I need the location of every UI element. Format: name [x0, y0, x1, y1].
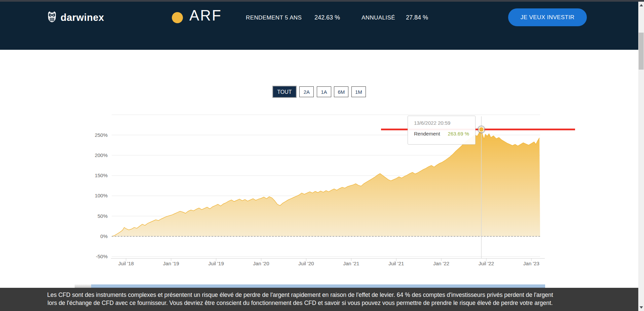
x-axis-label: Juil '20 [298, 261, 314, 266]
tooltip-series-label: Rendement [414, 131, 440, 137]
x-axis-label: Jan '20 [253, 261, 269, 266]
range-button-1a[interactable]: 1A [317, 86, 331, 97]
x-axis-label: Juil '19 [209, 261, 224, 266]
navigator-bar[interactable] [91, 284, 545, 288]
y-axis-label: 150% [95, 172, 108, 178]
x-axis-label: Jan '23 [523, 261, 539, 266]
asset-color-dot [172, 12, 183, 23]
area-series [112, 129, 540, 236]
stat-return-5y-label: RENDEMENT 5 ANS [246, 14, 302, 21]
brand-name: darwinex [61, 12, 104, 23]
disclaimer-line-1: Les CFD sont des instruments complexes e… [7, 291, 594, 299]
range-button-1m[interactable]: 1M [351, 86, 366, 97]
hover-point-marker[interactable] [479, 127, 484, 132]
vertical-scrollbar[interactable] [638, 0, 644, 311]
chart-tooltip: 13/6/2022 20:59 Rendement 263.69 % [408, 116, 476, 145]
x-axis-label: Jan '19 [163, 261, 179, 266]
brand-logo[interactable]: darwinex [46, 10, 104, 25]
asset-symbol: ARF [189, 7, 222, 24]
disclaimer-line-2: lors de l'échange de CFD avec ce fournis… [7, 299, 594, 307]
y-axis-label: -50% [96, 254, 108, 259]
y-axis-label: 100% [95, 193, 108, 198]
y-axis-label: 200% [95, 152, 108, 158]
range-selector: TOUT 2A 1A 6M 1M [272, 86, 366, 98]
range-button-2a[interactable]: 2A [299, 86, 314, 97]
scroll-down-arrow-icon[interactable] [640, 306, 643, 309]
window-top-edge [0, 0, 644, 2]
tooltip-datetime: 13/6/2022 20:59 [414, 120, 469, 126]
stat-annualised-value: 27.84 % [406, 14, 428, 21]
x-axis-label: Juil '21 [388, 261, 404, 266]
invest-button[interactable]: JE VEUX INVESTIR [508, 8, 587, 26]
x-axis-label: Jan '22 [433, 261, 449, 266]
x-axis-label: Juil '22 [479, 261, 494, 266]
scrollbar-thumb[interactable] [639, 33, 644, 70]
scroll-up-arrow-icon[interactable] [640, 4, 643, 6]
range-button-6m[interactable]: 6M [334, 86, 348, 97]
stat-annualised-label: ANNUALISÉ [362, 14, 395, 21]
x-axis-label: Juil '18 [118, 261, 134, 266]
navigator-track-stub [75, 284, 91, 288]
page: darwinex ARF RENDEMENT 5 ANS 242.63 % AN… [0, 0, 644, 311]
y-axis-label: 250% [95, 132, 108, 138]
y-axis-label: 0% [100, 233, 108, 239]
range-button-tout[interactable]: TOUT [272, 86, 297, 98]
x-axis-label: Jan '21 [343, 261, 359, 266]
tooltip-value: 263.69 % [448, 131, 469, 137]
cfd-risk-disclaimer: Les CFD sont des instruments complexes e… [0, 288, 644, 311]
header: darwinex ARF RENDEMENT 5 ANS 242.63 % AN… [0, 2, 644, 50]
y-axis-label: 50% [98, 213, 108, 219]
stat-return-5y-value: 242.63 % [314, 14, 340, 21]
owl-icon [46, 10, 58, 25]
